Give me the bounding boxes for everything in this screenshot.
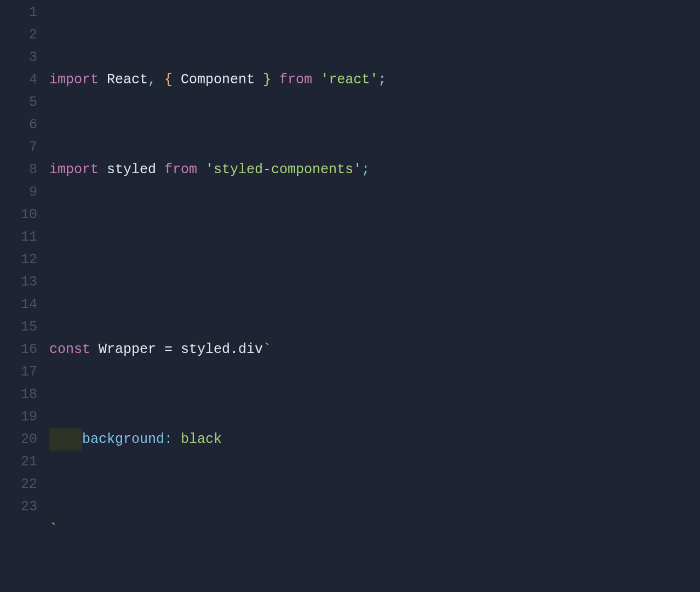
semicolon: ; [362, 158, 370, 181]
line-number: 14 [0, 293, 37, 316]
equals: = [156, 338, 181, 361]
line-number: 5 [0, 91, 37, 113]
keyword-from: from [164, 158, 197, 181]
line-number: 18 [0, 383, 37, 406]
line-number: 21 [0, 451, 37, 473]
line-number: 17 [0, 361, 37, 383]
line-number: 6 [0, 113, 37, 136]
line-number: 11 [0, 226, 37, 248]
backtick: ` [49, 518, 58, 540]
line-number: 23 [0, 496, 37, 518]
line-number: 20 [0, 428, 37, 451]
line-number: 1 [0, 1, 37, 24]
code-line[interactable]: ` [49, 518, 700, 540]
keyword-const: const [49, 338, 90, 361]
line-number: 2 [0, 24, 37, 46]
line-number: 19 [0, 406, 37, 428]
line-number: 3 [0, 46, 37, 69]
code-line-empty[interactable] [49, 248, 700, 271]
string-react: 'react' [320, 69, 378, 91]
code-line[interactable]: background: black [49, 428, 700, 451]
brace-close: } [255, 69, 279, 91]
brace-open: { [156, 69, 181, 91]
identifier-wrapper: Wrapper [99, 338, 156, 361]
code-editor[interactable]: 1234567891011121314151617181920212223 im… [0, 0, 700, 592]
code-area[interactable]: importReact, { Component } from'react'; … [49, 0, 700, 592]
identifier-styled: styled [107, 158, 156, 181]
identifier-component: Component [181, 69, 255, 91]
line-number: 13 [0, 271, 37, 293]
line-number: 7 [0, 136, 37, 158]
line-number: 9 [0, 181, 37, 203]
css-value: black [173, 428, 222, 451]
line-number: 15 [0, 316, 37, 338]
identifier-react: React [107, 69, 148, 91]
code-line[interactable]: importReact, { Component } from'react'; [49, 69, 700, 91]
line-number: 8 [0, 158, 37, 181]
backtick: ` [263, 338, 271, 361]
line-number: 22 [0, 473, 37, 496]
indent-guide [49, 428, 82, 451]
code-line[interactable]: importstyledfrom'styled-components'; [49, 158, 700, 181]
semicolon: ; [378, 69, 386, 91]
string-styled-components: 'styled-components' [205, 158, 362, 181]
styled-div: styled.div [181, 338, 263, 361]
css-property: background: [82, 428, 173, 451]
keyword-from: from [279, 69, 312, 91]
line-number: 4 [0, 69, 37, 91]
line-number: 10 [0, 203, 37, 226]
comma: , [148, 69, 156, 91]
keyword-import: import [49, 158, 99, 181]
keyword-import: import [49, 69, 99, 91]
code-line[interactable]: constWrapper = styled.div` [49, 338, 700, 361]
line-number: 16 [0, 338, 37, 361]
line-number-gutter: 1234567891011121314151617181920212223 [0, 0, 49, 592]
line-number: 12 [0, 248, 37, 271]
